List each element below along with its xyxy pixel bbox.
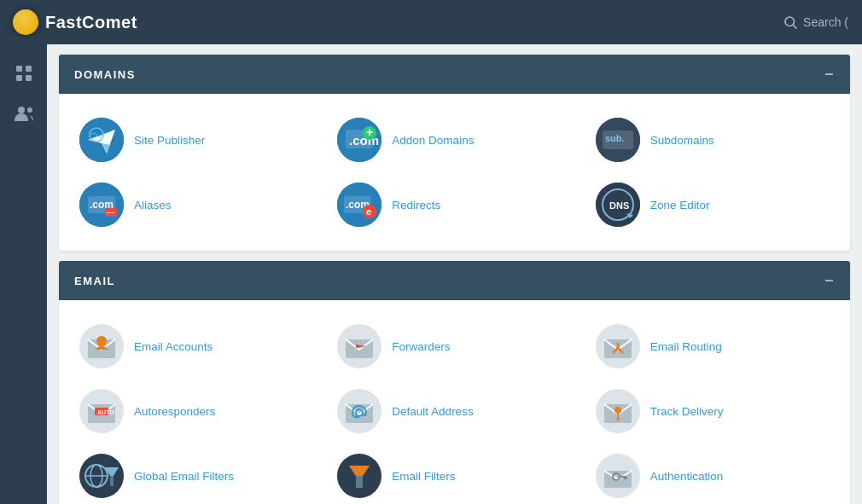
email-filters-item[interactable]: Email Filters [325, 443, 583, 504]
nav-apps-grid[interactable] [5, 56, 43, 90]
email-routing-icon [596, 324, 640, 368]
svg-rect-3 [26, 66, 32, 72]
email-filters-icon [337, 454, 381, 498]
subdomains-item[interactable]: sub. Subdomains [584, 107, 842, 172]
email-panel: EMAIL − [59, 261, 850, 504]
authentication-icon [596, 454, 640, 498]
email-collapse-button[interactable]: − [824, 273, 835, 288]
forwarders-item[interactable]: Forwarders [325, 314, 583, 379]
subdomains-icon: sub. [596, 118, 640, 162]
autoresponders-label: Autoresponders [134, 405, 215, 418]
nav-users[interactable] [5, 97, 43, 131]
logo-ball [13, 9, 38, 35]
global-email-filters-icon [79, 454, 124, 498]
default-address-label: Default Address [392, 405, 473, 418]
authentication-label: Authentication [650, 470, 724, 483]
svg-point-7 [27, 107, 32, 113]
header: FastComet Search ( [0, 0, 862, 44]
svg-text:—: — [107, 208, 114, 217]
site-publisher-label: Site Publisher [134, 134, 205, 147]
left-nav [0, 44, 47, 504]
forwarders-label: Forwarders [392, 340, 450, 353]
default-address-icon [337, 389, 381, 433]
email-panel-header: EMAIL − [59, 261, 850, 300]
global-email-filters-item[interactable]: Global Email Filters [67, 443, 325, 504]
domains-panel: DOMAINS − [59, 55, 850, 251]
content-area: DOMAINS − [47, 44, 862, 504]
svg-line-1 [793, 25, 796, 28]
zone-editor-label: Zone Editor [650, 199, 710, 211]
svg-point-0 [785, 17, 795, 26]
email-accounts-item[interactable]: Email Accounts [67, 314, 325, 379]
svg-text:+: + [366, 125, 373, 139]
addon-domains-item[interactable]: .com + Addon Domains [325, 107, 583, 172]
svg-rect-5 [26, 75, 32, 81]
aliases-icon: .com — [79, 182, 124, 227]
app-title: FastComet [45, 13, 137, 32]
domains-panel-header: DOMAINS − [59, 55, 850, 94]
email-panel-title: EMAIL [74, 275, 115, 287]
site-publisher-icon [79, 118, 124, 162]
track-delivery-item[interactable]: Track Delivery [584, 379, 842, 443]
track-delivery-label: Track Delivery [650, 405, 724, 418]
addon-domains-icon: .com + [337, 118, 381, 162]
users-icon [14, 104, 34, 125]
search-bar[interactable]: Search ( [783, 14, 862, 30]
svg-text:AUTO: AUTO [97, 409, 114, 415]
svg-point-6 [18, 107, 25, 113]
svg-point-55 [615, 419, 620, 421]
svg-point-36 [96, 336, 107, 346]
autoresponders-icon: AUTO [79, 389, 124, 433]
redirects-icon: .com e [337, 182, 381, 227]
main-content: DOMAINS − [47, 44, 862, 504]
track-delivery-icon [596, 389, 640, 433]
svg-text:sub.: sub. [605, 133, 625, 143]
zone-editor-icon: DNS [596, 182, 640, 227]
addon-domains-label: Addon Domains [392, 134, 474, 147]
global-email-filters-label: Global Email Filters [134, 470, 234, 483]
domains-panel-body: Site Publisher .com + Addon Domains [59, 94, 850, 251]
search-label: Search ( [803, 15, 848, 29]
default-address-item[interactable]: Default Address [325, 379, 583, 443]
aliases-label: Aliases [134, 199, 172, 211]
email-routing-label: Email Routing [650, 340, 722, 353]
subdomains-label: Subdomains [650, 134, 714, 147]
svg-rect-4 [16, 75, 22, 81]
forwarders-icon [337, 324, 381, 368]
svg-rect-2 [16, 66, 22, 72]
redirects-label: Redirects [392, 199, 440, 211]
domains-panel-title: DOMAINS [74, 68, 136, 81]
domains-collapse-button[interactable]: − [824, 67, 835, 82]
logo-area: FastComet [13, 9, 137, 35]
redirects-item[interactable]: .com e Redirects [325, 172, 583, 237]
email-accounts-label: Email Accounts [134, 340, 213, 353]
svg-text:DNS: DNS [609, 200, 629, 211]
site-publisher-item[interactable]: Site Publisher [67, 107, 325, 172]
search-icon [783, 14, 798, 30]
email-accounts-icon [79, 324, 124, 368]
email-panel-body: Email Accounts Forwarders [59, 300, 850, 504]
svg-text:e: e [366, 206, 371, 217]
authentication-item[interactable]: Authentication [584, 443, 842, 504]
aliases-item[interactable]: .com — Aliases [67, 172, 325, 237]
apps-grid-icon [14, 63, 34, 84]
zone-editor-item[interactable]: DNS Zone Editor [584, 172, 842, 237]
svg-point-54 [614, 407, 621, 414]
autoresponders-item[interactable]: AUTO Autoresponders [67, 379, 325, 443]
email-filters-label: Email Filters [392, 470, 455, 483]
email-routing-item[interactable]: Email Routing [584, 314, 842, 379]
